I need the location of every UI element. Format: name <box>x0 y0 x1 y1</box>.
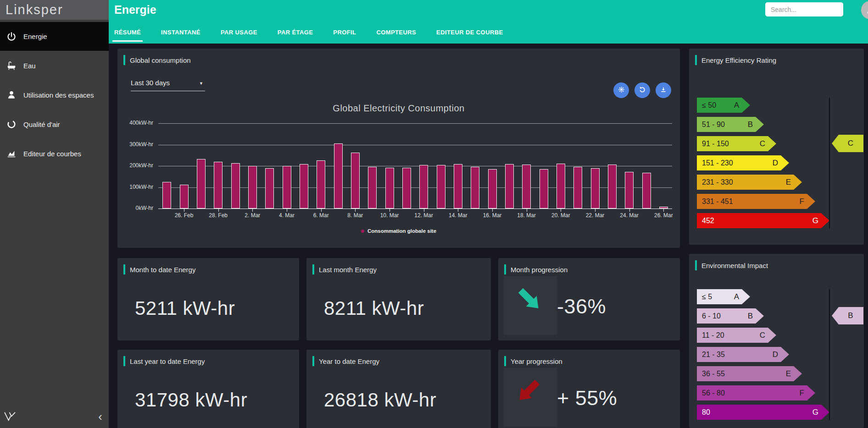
kpi-card-last-year-to-date: Last year to date Energy31798 kW-hr <box>117 350 299 428</box>
chart-gridline <box>158 123 672 124</box>
rating-row-f: 331 - 451F <box>697 194 815 209</box>
tab-instantané[interactable]: INSTANTANÉ <box>161 27 200 38</box>
trend-arrow-down-right-icon <box>515 285 543 315</box>
accent-bar <box>695 55 697 65</box>
tab-par-étage[interactable]: PAR ÉTAGE <box>278 27 313 38</box>
bar[interactable] <box>625 172 634 209</box>
bar[interactable] <box>283 166 291 209</box>
refresh-ccw-icon <box>638 86 646 95</box>
rating-grade: D <box>773 350 778 359</box>
sidebar-item-qualite-d-air[interactable]: Qualité d'air <box>0 110 109 139</box>
bar[interactable] <box>419 165 428 209</box>
chevron-down-icon: ▼ <box>199 81 203 86</box>
bar[interactable] <box>317 160 325 209</box>
sidebar-item-label: Energie <box>23 33 47 40</box>
date-range-select[interactable]: Last 30 days ▼ <box>131 79 205 91</box>
x-axis-tick <box>561 209 561 212</box>
date-range-value: Last 30 days <box>131 79 170 87</box>
rating-range: 56 - 80 <box>702 389 725 397</box>
card-head: Last month Energy <box>312 264 377 274</box>
sidebar-item-eau[interactable]: Eau <box>0 51 109 80</box>
sidebar-item-utilisation-des-espaces[interactable]: Utilisation des espaces <box>0 80 109 110</box>
bar[interactable] <box>231 163 240 209</box>
gear-icon <box>618 86 625 95</box>
bar[interactable] <box>248 166 257 209</box>
bar[interactable] <box>608 165 617 209</box>
bar[interactable] <box>162 182 171 209</box>
y-axis-label: 100kW-hr <box>117 184 153 190</box>
bar[interactable] <box>471 167 479 209</box>
search-input[interactable] <box>765 2 843 16</box>
rating-range: 80 <box>702 408 710 417</box>
settings-button[interactable] <box>613 82 629 98</box>
sidebar-collapse-chevron-icon[interactable]: ‹ <box>98 411 102 423</box>
rating-row-b: 6 - 10B <box>697 308 764 324</box>
x-axis-label: 18. Mar <box>513 212 540 219</box>
rating-range: 6 - 10 <box>702 312 721 320</box>
rating-range: 331 - 451 <box>702 198 733 206</box>
rating-grade: C <box>760 139 765 148</box>
rating-row-e: 231 - 330E <box>697 175 802 190</box>
kpi-title: Month progression <box>511 266 568 274</box>
accent-bar <box>695 260 697 270</box>
kpi-card-year-to-date: Year to date Energy26818 kW-hr <box>306 350 491 428</box>
rating-grade: C <box>760 331 765 340</box>
tab-profil[interactable]: PROFIL <box>333 27 356 38</box>
x-axis-label: 10. Mar <box>376 212 403 219</box>
bar[interactable] <box>573 167 582 209</box>
y-axis-label: 400kW-hr <box>117 120 153 126</box>
tab-par-usage[interactable]: PAR USAGE <box>221 27 257 38</box>
bar[interactable] <box>300 164 308 209</box>
power-icon <box>6 32 17 42</box>
sidebar-item-label: Utilisation des espaces <box>23 91 94 99</box>
accent-bar <box>504 264 506 274</box>
bar[interactable] <box>642 173 651 209</box>
avatar[interactable]: A <box>861 1 868 19</box>
reset-button[interactable] <box>634 82 650 98</box>
x-axis-label: 6. Mar <box>307 212 335 219</box>
accent-bar <box>123 264 125 274</box>
app-shell: Linksper EnergieEauUtilisation des espac… <box>0 0 868 428</box>
rating-range: 36 - 55 <box>702 370 725 378</box>
bar[interactable] <box>488 169 497 209</box>
sidebar-item-energie[interactable]: Energie <box>0 22 109 51</box>
kpi-title: Last month Energy <box>319 266 377 274</box>
bar[interactable] <box>334 143 343 209</box>
x-axis-label: 22. Mar <box>581 212 609 219</box>
x-axis-label: 12. Mar <box>410 212 438 219</box>
chart-buttons <box>613 82 671 98</box>
bar[interactable] <box>540 169 548 209</box>
bar[interactable] <box>197 159 206 209</box>
x-axis-label: 14. Mar <box>444 212 472 219</box>
rating-row-d: 151 - 230D <box>697 155 789 170</box>
tab-compteurs[interactable]: COMPTEURS <box>376 27 416 38</box>
x-axis-tick <box>287 209 287 212</box>
bar[interactable] <box>180 185 189 209</box>
bar[interactable] <box>556 164 565 209</box>
tab-editeur-de-courbe[interactable]: EDITEUR DE COURBE <box>436 27 503 38</box>
bar[interactable] <box>351 153 360 209</box>
bar[interactable] <box>505 164 514 209</box>
kpi-card-month-to-date: Month to date Energy5211 kW-hr <box>117 258 299 340</box>
download-button[interactable] <box>656 82 671 98</box>
sidebar-item-editeur-de-courbes[interactable]: Editeur de courbes <box>0 139 109 168</box>
bar[interactable] <box>591 168 600 209</box>
bar[interactable] <box>437 165 445 209</box>
bar[interactable] <box>214 162 223 209</box>
bar[interactable] <box>522 165 531 209</box>
legend-item[interactable]: Consommation globale site <box>117 228 680 234</box>
rating-grade: F <box>800 389 804 398</box>
bar[interactable] <box>454 164 462 209</box>
main-area: Energie RÉSUMÉINSTANTANÉPAR USAGEPAR ÉTA… <box>109 0 868 428</box>
tab-bar: RÉSUMÉINSTANTANÉPAR USAGEPAR ÉTAGEPROFIL… <box>114 27 503 38</box>
tab-résumé[interactable]: RÉSUMÉ <box>114 27 141 38</box>
rating-range: 21 - 35 <box>702 351 725 359</box>
rating-rows: ≤ 5A6 - 10B11 - 20C21 - 35D36 - 55E56 - … <box>697 289 829 424</box>
card-title: Energy Efficiency Rating <box>701 56 776 64</box>
bar[interactable] <box>385 168 394 209</box>
bar[interactable] <box>265 168 274 209</box>
bar[interactable] <box>402 168 411 209</box>
x-axis-label: 8. Mar <box>341 212 369 219</box>
bar[interactable] <box>368 167 377 209</box>
card-head: Global consumption <box>123 55 191 65</box>
